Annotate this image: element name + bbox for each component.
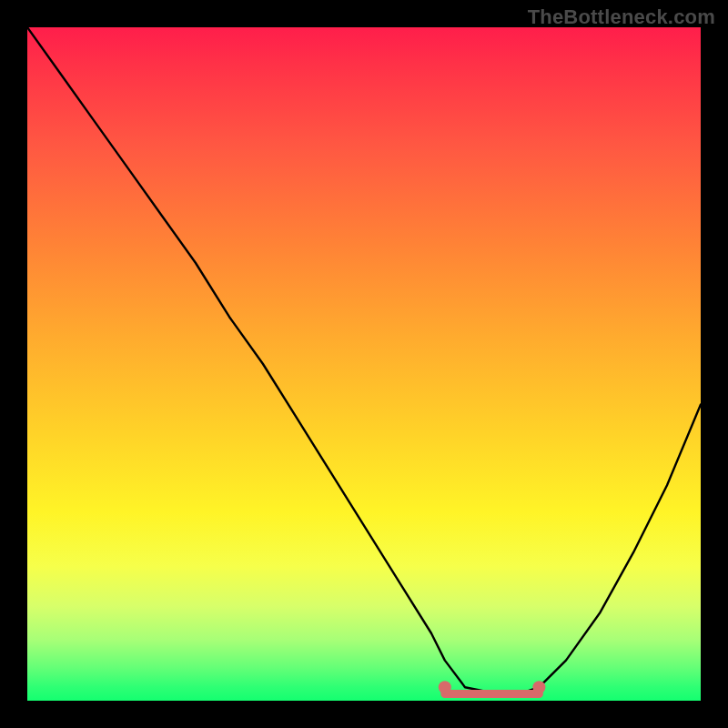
optimal-end-marker bbox=[532, 681, 545, 693]
chart-container: TheBottleneck.com bbox=[0, 0, 728, 728]
watermark-text: TheBottleneck.com bbox=[528, 5, 715, 29]
plot-area bbox=[27, 27, 701, 701]
curve-svg bbox=[27, 27, 701, 701]
bottleneck-curve bbox=[27, 27, 701, 694]
optimal-start-marker bbox=[439, 681, 451, 693]
